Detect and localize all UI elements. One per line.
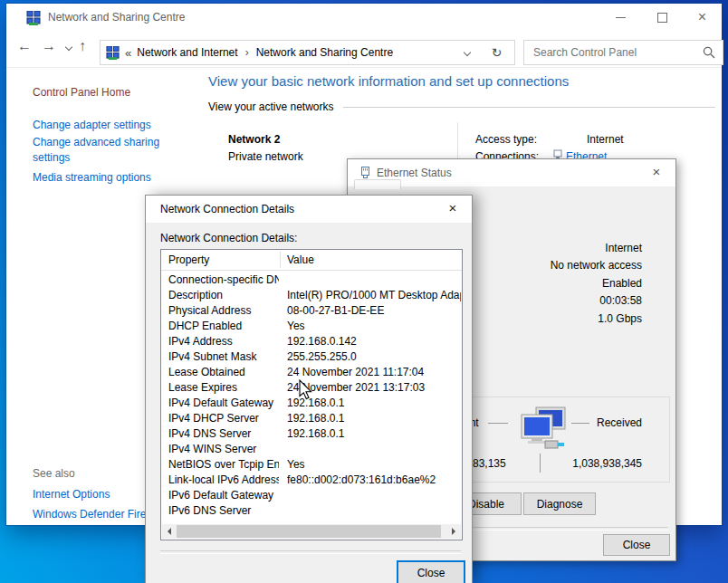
sidebar-item-windows-defender-firewall[interactable]: Windows Defender Fire	[33, 508, 151, 521]
received-bytes-value: 1,038,938,345	[572, 457, 642, 470]
details-dialog-title: Network Connection Details	[160, 203, 294, 215]
page-title: View your basic network information and …	[208, 73, 569, 89]
speed-value: 1.0 Gbps	[598, 312, 642, 325]
up-button[interactable]: ↑	[79, 38, 86, 54]
details-titlebar[interactable]: Network Connection Details ×	[146, 196, 472, 223]
close-button[interactable]: ×	[683, 4, 722, 31]
table-row[interactable]: IPv4 Subnet Mask255.255.255.0	[161, 350, 462, 366]
ethernet-status-title: Ethernet Status	[377, 167, 452, 179]
table-row[interactable]: IPv4 WINS Server	[161, 443, 462, 458]
table-row[interactable]: Physical Address08-00-27-B1-DE-EE	[161, 304, 462, 320]
details-list-label: Network Connection Details:	[160, 232, 297, 244]
breadcrumb-overflow-icon[interactable]: «	[125, 46, 131, 60]
table-row[interactable]: DHCP EnabledYes	[161, 320, 462, 335]
desktop: { "colors":{"accent":"#0078d7","link_blu…	[0, 0, 728, 583]
scroll-right-button[interactable]	[446, 528, 461, 535]
forward-button[interactable]: →	[42, 38, 56, 54]
sidebar-item-change-advanced-sharing[interactable]: Change advanced sharing settings	[33, 135, 177, 166]
details-close-button[interactable]: Close	[397, 560, 465, 583]
ethernet-status-close-button[interactable]: ×	[641, 159, 672, 183]
received-label: Received	[597, 416, 642, 429]
duration-value: 00:03:58	[599, 294, 642, 307]
horizontal-scrollbar[interactable]	[162, 524, 461, 539]
active-networks-label: View your active networks	[208, 100, 334, 113]
network-app-icon	[26, 11, 41, 25]
sidebar-item-control-panel-home[interactable]: Control Panel Home	[33, 86, 130, 99]
media-state-value: Enabled	[602, 277, 642, 290]
diagnose-button[interactable]: Diagnose	[523, 492, 596, 515]
details-close-x-button[interactable]: ×	[437, 196, 468, 219]
refresh-button[interactable]: ↻	[479, 40, 515, 65]
ipv6-connectivity-value: No network access	[551, 259, 642, 272]
network-name: Network 2	[228, 133, 280, 146]
refresh-icon: ↻	[492, 45, 503, 60]
diagnose-button-label: Diagnose	[537, 498, 583, 511]
address-toolbar: ← → ↑ « Network and Internet › Network a…	[6, 31, 722, 68]
ethernet-close-button-label: Close	[623, 539, 651, 551]
mouse-cursor	[299, 379, 317, 401]
table-row[interactable]: IPv6 DNS Server	[161, 504, 462, 520]
breadcrumb[interactable]: « Network and Internet › Network and Sha…	[100, 40, 482, 65]
minimize-button[interactable]	[599, 4, 641, 31]
search-box[interactable]	[523, 40, 723, 65]
close-icon: ×	[698, 9, 706, 25]
sidebar-see-also-label: See also	[33, 467, 75, 480]
ethernet-plug-icon	[359, 167, 371, 180]
search-icon[interactable]	[703, 46, 715, 59]
table-row[interactable]: IPv4 DHCP Server192.168.0.1	[161, 412, 462, 427]
breadcrumb-item-network-and-sharing-centre[interactable]: Network and Sharing Centre	[256, 46, 393, 59]
value-column-header[interactable]: Value	[287, 253, 314, 266]
table-row[interactable]: NetBIOS over Tcpip En...Yes	[161, 458, 462, 473]
scrollbar-thumb[interactable]	[177, 525, 441, 538]
details-close-button-label: Close	[417, 567, 445, 579]
active-networks-section: View your active networks	[208, 100, 715, 114]
maximize-button[interactable]	[641, 4, 683, 31]
breadcrumb-network-icon	[106, 46, 120, 60]
breadcrumb-separator-icon: ›	[245, 46, 249, 59]
minimize-icon	[616, 17, 626, 18]
table-header: Property Value	[161, 250, 462, 271]
table-row[interactable]: IPv4 Address192.168.0.142	[161, 335, 462, 350]
recent-locations-chevron-icon[interactable]	[65, 43, 72, 51]
breadcrumb-item-network-and-internet[interactable]: Network and Internet	[137, 46, 237, 59]
window-titlebar[interactable]: Network and Sharing Centre ×	[6, 4, 722, 31]
ethernet-close-button[interactable]: Close	[603, 534, 670, 556]
table-row[interactable]: DescriptionIntel(R) PRO/1000 MT Desktop …	[161, 289, 462, 304]
disable-button-label: Disable	[468, 498, 504, 511]
property-column-header[interactable]: Property	[168, 253, 209, 266]
general-tab[interactable]	[354, 179, 401, 189]
scroll-left-icon	[168, 528, 171, 535]
maximize-icon	[657, 13, 667, 23]
window-title: Network and Sharing Centre	[48, 11, 185, 24]
sent-dash	[488, 423, 508, 424]
scroll-left-button[interactable]	[162, 528, 177, 535]
section-rule	[343, 107, 715, 108]
scroll-right-icon	[452, 528, 455, 535]
details-separator	[160, 550, 461, 554]
network-type: Private network	[228, 150, 303, 163]
close-icon: ×	[449, 200, 457, 215]
table-row[interactable]: Connection-specific DN...	[161, 273, 462, 289]
access-type-label: Access type:	[475, 133, 537, 146]
received-dash	[571, 423, 589, 424]
sidebar-item-change-adapter-settings[interactable]: Change adapter settings	[33, 119, 151, 131]
sidebar-item-media-streaming-options[interactable]: Media streaming options	[33, 171, 151, 184]
ipv4-connectivity-value: Internet	[605, 242, 642, 254]
back-button[interactable]: ←	[17, 38, 32, 54]
table-row[interactable]: Link-local IPv6 Addressfe80::d002:d073:1…	[161, 473, 462, 489]
sidebar-item-internet-options[interactable]: Internet Options	[33, 488, 110, 501]
header-divider[interactable]	[280, 252, 281, 268]
address-dropdown-chevron-icon[interactable]	[464, 49, 471, 56]
bytes-divider	[540, 454, 541, 473]
close-icon: ×	[653, 164, 661, 179]
table-row[interactable]: IPv4 DNS Server192.168.0.1	[161, 427, 462, 443]
access-type-value: Internet	[587, 133, 624, 146]
computers-activity-icon	[520, 406, 567, 450]
table-row[interactable]: IPv6 Default Gateway	[161, 489, 462, 504]
search-input[interactable]	[532, 45, 703, 60]
